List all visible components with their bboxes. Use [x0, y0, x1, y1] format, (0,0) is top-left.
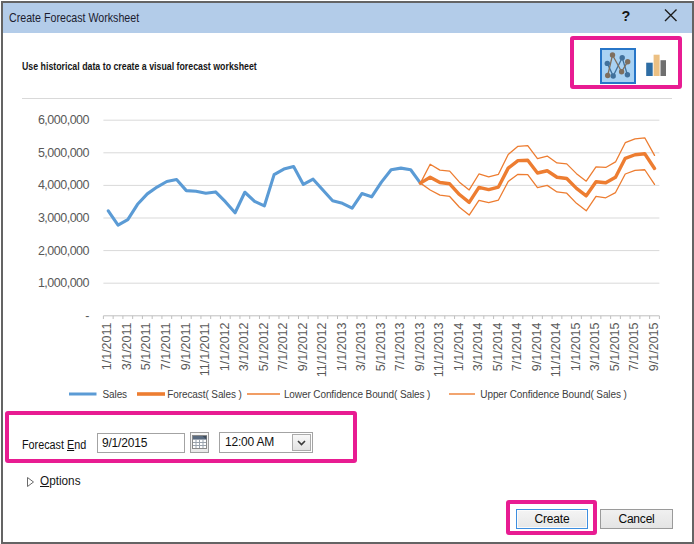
legend-swatch: [137, 390, 166, 398]
x-axis-tick-label: 9/1/2013: [413, 322, 427, 371]
x-axis-tick-label: 3/1/2011: [120, 322, 134, 370]
y-axis-tick-label: -: [85, 309, 89, 323]
y-axis-tick-label: 1,000,000: [38, 276, 90, 290]
forecast-end-accel-char: E: [67, 438, 74, 452]
x-axis-tick-label: 9/1/2012: [296, 322, 310, 371]
x-axis-tick-label: 3/1/2015: [588, 322, 602, 371]
options-accel-char: O: [40, 474, 49, 488]
time-select-dropdown-button[interactable]: [292, 434, 311, 451]
x-axis-tick-label: 3/1/2013: [354, 322, 368, 371]
x-axis-tick-label: 9/1/2011: [179, 322, 193, 370]
x-axis-tick-label: 1/1/2015: [569, 322, 583, 371]
x-axis-tick-label: 1/1/2014: [452, 322, 466, 371]
forecast-end-date-input[interactable]: 9/1/2015: [97, 433, 185, 453]
x-axis-tick-label: 5/1/2011: [139, 322, 153, 370]
options-label[interactable]: Options: [40, 474, 81, 488]
x-axis-tick-label: 11/1/2011: [198, 322, 212, 376]
expander-triangle-icon: [26, 476, 35, 488]
x-axis-tick-label: 1/1/2011: [100, 322, 114, 370]
y-axis-tick-label: 3,000,000: [38, 211, 90, 225]
forecast-end-time-select[interactable]: 12:00 AM: [219, 432, 313, 453]
legend-label: Lower Confidence Bound( Sales ): [284, 389, 430, 400]
x-axis-tick-label: 7/1/2013: [393, 322, 407, 371]
x-axis-tick-label: 11/1/2013: [432, 322, 446, 377]
x-axis-tick-label: 3/1/2012: [237, 322, 251, 371]
legend-label: Sales: [103, 389, 128, 400]
x-axis-tick-label: 5/1/2014: [491, 322, 505, 371]
legend-swatch: [449, 390, 475, 398]
sales-line: [108, 166, 420, 225]
x-axis-tick-label: 1/1/2013: [335, 322, 349, 371]
upper-confidence-bound-line: [420, 138, 654, 190]
chart-y-axis-labels: -1,000,0002,000,0003,000,0004,000,0005,0…: [38, 113, 90, 323]
cancel-button[interactable]: Cancel: [600, 509, 673, 529]
options-expander[interactable]: [26, 474, 35, 486]
legend-label: Forecast( Sales ): [167, 389, 241, 400]
x-axis-tick-label: 11/1/2014: [549, 322, 563, 377]
calendar-icon: [191, 433, 208, 452]
forecast-end-label-text2: nd: [74, 438, 86, 452]
x-axis-tick-label: 7/1/2014: [510, 322, 524, 371]
date-picker-button[interactable]: [190, 432, 209, 453]
y-axis-tick-label: 4,000,000: [38, 178, 90, 192]
y-axis-tick-label: 6,000,000: [38, 113, 90, 127]
x-axis-tick-label: 7/1/2012: [276, 322, 290, 371]
forecast-preview-chart: -1,000,0002,000,0003,000,0004,000,0005,0…: [0, 0, 694, 410]
x-axis-tick-label: 9/1/2014: [530, 322, 544, 371]
y-axis-tick-label: 2,000,000: [38, 244, 90, 258]
x-axis-tick-label: 7/1/2015: [627, 322, 641, 371]
options-label-text: ptions: [49, 474, 80, 488]
chart-gridlines: [103, 120, 659, 283]
forecast-end-label: Forecast End: [22, 438, 86, 452]
forecast-end-label-text: Forecast: [22, 438, 67, 452]
time-select-value: 12:00 AM: [225, 433, 274, 452]
create-button[interactable]: Create: [516, 509, 588, 529]
chevron-down-icon: [293, 435, 310, 450]
y-axis-tick-label: 5,000,000: [38, 146, 90, 160]
x-axis-tick-label: 3/1/2014: [471, 322, 485, 371]
chart-x-axis-labels: 1/1/20113/1/20115/1/20117/1/20119/1/2011…: [100, 322, 660, 377]
x-axis-tick-label: 7/1/2011: [159, 322, 173, 370]
chart-x-axis: [103, 316, 659, 319]
x-axis-tick-label: 5/1/2012: [257, 322, 271, 371]
x-axis-tick-label: 11/1/2012: [315, 322, 329, 377]
x-axis-tick-label: 5/1/2013: [374, 322, 388, 371]
x-axis-tick-label: 9/1/2015: [647, 322, 661, 371]
legend-swatch: [247, 390, 280, 398]
x-axis-tick-label: 5/1/2015: [608, 322, 622, 371]
x-axis-tick-label: 1/1/2012: [218, 322, 232, 371]
legend-swatch: [69, 390, 97, 398]
legend-label: Upper Confidence Bound( Sales ): [480, 389, 626, 400]
